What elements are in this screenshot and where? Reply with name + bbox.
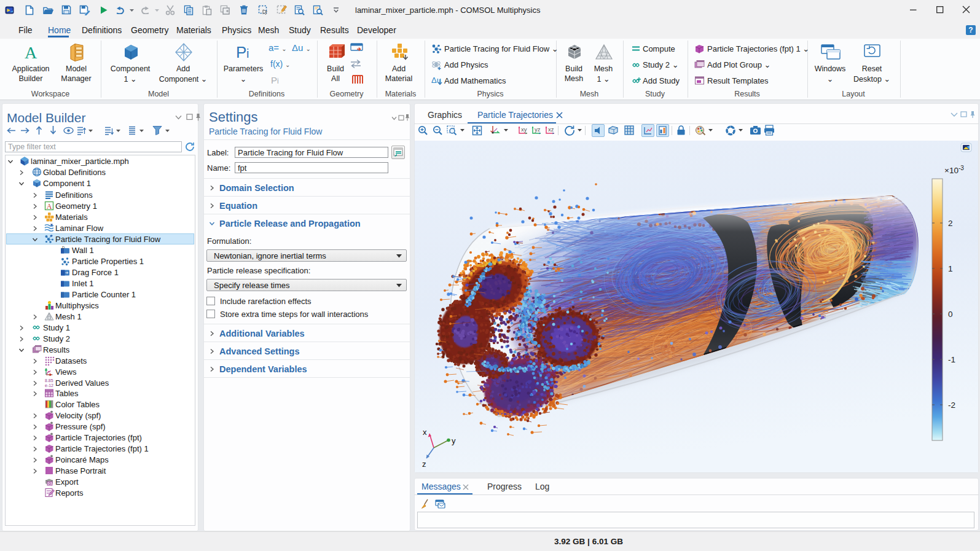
svg-text:D: D [62,246,65,249]
svg-text:2: 2 [948,219,953,228]
svg-text:Δu ⌄: Δu ⌄ [292,43,311,53]
svg-text:xz: xz [548,126,554,133]
svg-text:8.85: 8.85 [45,378,53,383]
svg-text:-1: -1 [948,355,955,364]
svg-text:x: x [423,428,427,437]
svg-text:-2: -2 [948,401,955,410]
svg-text:A: A [25,43,37,61]
svg-text:a= ⌄: a= ⌄ [269,43,287,53]
svg-text:yz: yz [535,126,541,133]
svg-text:e-12: e-12 [45,383,53,388]
svg-text:xy: xy [521,126,527,133]
svg-text:A: A [47,202,52,211]
svg-text:z: z [422,459,426,469]
svg-text:y: y [452,436,456,445]
svg-text:P: P [236,43,246,61]
svg-text:i: i [246,47,249,60]
svg-text:0: 0 [948,310,953,319]
svg-text:1: 1 [948,264,953,273]
